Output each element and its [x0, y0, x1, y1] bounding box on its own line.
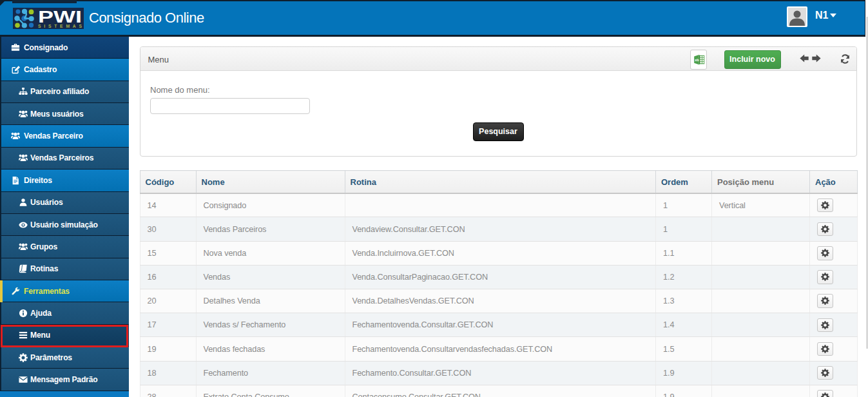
svg-text:xb: xb	[695, 58, 699, 62]
svg-text:SISTEMAS: SISTEMAS	[38, 23, 82, 28]
